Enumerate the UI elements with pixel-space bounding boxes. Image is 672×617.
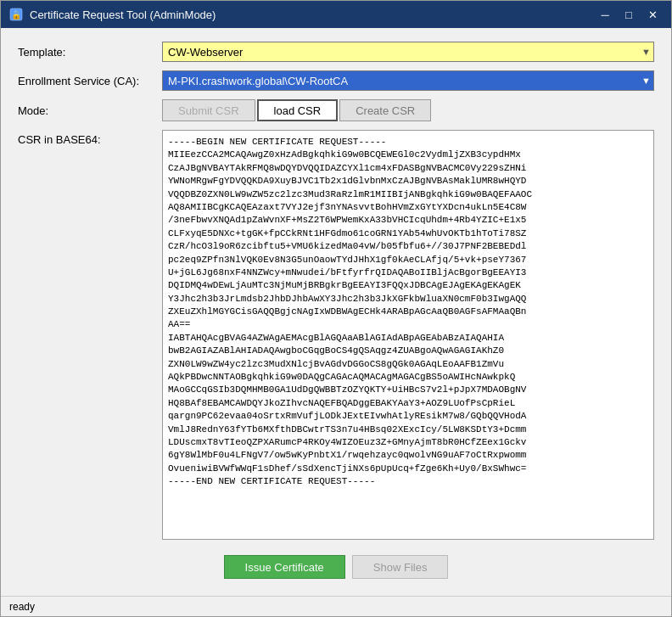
title-bar-left: 🔒 Certificate Request Tool (AdminMode): [9, 8, 216, 21]
mode-row: Mode: Submit CSR load CSR Create CSR: [18, 99, 654, 121]
submit-csr-button[interactable]: Submit CSR: [162, 99, 255, 121]
template-dropdown-wrapper: CW-Webserver ▼: [162, 42, 654, 62]
mode-buttons-group: Submit CSR load CSR Create CSR: [162, 99, 431, 121]
load-csr-button[interactable]: load CSR: [257, 99, 339, 121]
show-files-button[interactable]: Show Files: [352, 555, 449, 579]
action-row: Issue Certificate Show Files: [18, 548, 654, 582]
enrollment-label: Enrollment Service (CA):: [18, 75, 154, 87]
maximize-button[interactable]: □: [619, 6, 639, 23]
csr-label: CSR in BASE64:: [18, 130, 154, 540]
csr-textarea[interactable]: [162, 130, 654, 540]
minimize-button[interactable]: ─: [595, 6, 615, 23]
status-bar: ready: [1, 596, 671, 616]
template-label: Template:: [18, 46, 154, 59]
content-area: Template: CW-Webserver ▼ Enrollment Serv…: [1, 28, 671, 596]
csr-section: CSR in BASE64:: [18, 130, 654, 540]
template-dropdown[interactable]: CW-Webserver: [162, 42, 654, 62]
app-icon: 🔒: [9, 8, 23, 21]
issue-certificate-button[interactable]: Issue Certificate: [224, 555, 345, 579]
create-csr-button[interactable]: Create CSR: [339, 99, 431, 121]
enrollment-dropdown-wrapper: M-PKI.crashwork.global\CW-RootCA ▼: [162, 70, 654, 91]
status-text: ready: [9, 601, 35, 613]
enrollment-row: Enrollment Service (CA): M-PKI.crashwork…: [18, 70, 654, 91]
svg-text:🔒: 🔒: [11, 9, 22, 20]
main-window: 🔒 Certificate Request Tool (AdminMode) ─…: [0, 0, 672, 617]
window-title: Certificate Request Tool (AdminMode): [30, 8, 216, 21]
mode-label: Mode:: [18, 104, 154, 117]
close-button[interactable]: ✕: [642, 6, 663, 23]
template-row: Template: CW-Webserver ▼: [18, 42, 654, 62]
enrollment-dropdown[interactable]: M-PKI.crashwork.global\CW-RootCA: [162, 70, 654, 91]
title-bar: 🔒 Certificate Request Tool (AdminMode) ─…: [1, 1, 671, 28]
window-controls: ─ □ ✕: [595, 6, 663, 23]
